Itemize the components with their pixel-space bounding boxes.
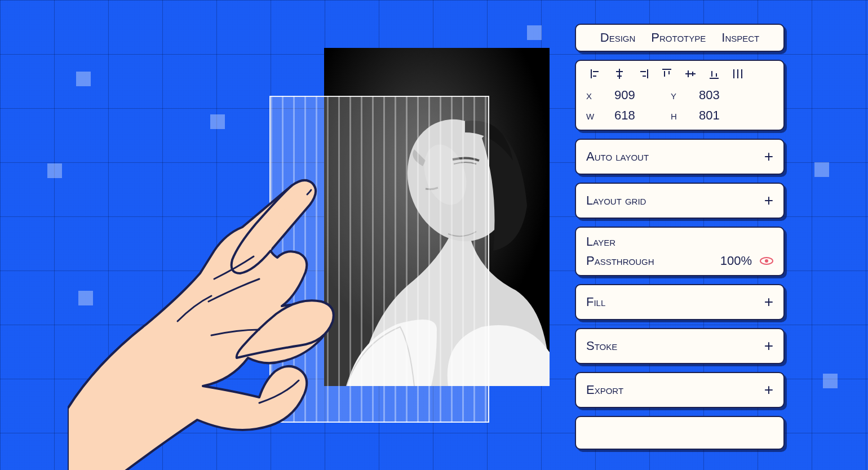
layout-grid-label: Layout grid — [586, 193, 646, 208]
align-bottom-icon[interactable] — [708, 68, 720, 80]
y-value[interactable]: 803 — [699, 88, 755, 103]
export-label: Export — [586, 383, 623, 397]
auto-layout-add-icon[interactable]: + — [764, 148, 773, 166]
fill-add-icon[interactable]: + — [764, 293, 773, 311]
w-value[interactable]: 618 — [614, 108, 671, 123]
layout-grid-add-icon[interactable]: + — [764, 192, 773, 210]
canvas-marker — [814, 162, 829, 177]
align-top-icon[interactable] — [661, 68, 673, 80]
x-value[interactable]: 909 — [614, 88, 671, 103]
align-left-icon[interactable] — [590, 68, 602, 80]
layer-label: Layer — [586, 234, 615, 249]
canvas-marker — [210, 114, 225, 129]
tab-inspect[interactable]: Inspect — [721, 30, 759, 45]
fill-label: Fill — [586, 295, 605, 309]
align-h-center-icon[interactable] — [613, 68, 626, 80]
h-value[interactable]: 801 — [699, 108, 755, 123]
canvas-marker — [76, 72, 91, 86]
visibility-eye-icon[interactable] — [760, 256, 773, 265]
tab-prototype[interactable]: Prototype — [651, 30, 706, 45]
h-label: h — [671, 108, 699, 123]
layout-grid-panel: Layout grid + — [575, 183, 785, 219]
transform-panel: x 909 y 803 w 618 h 801 — [575, 60, 785, 131]
stroke-add-icon[interactable]: + — [764, 337, 773, 355]
stroke-label: Stoke — [586, 339, 617, 353]
hand-illustration — [68, 161, 361, 470]
canvas-marker — [527, 25, 542, 40]
w-label: w — [586, 108, 614, 123]
blend-mode[interactable]: Passthrough — [586, 254, 654, 268]
canvas-marker — [47, 163, 62, 178]
export-panel: Export + — [575, 372, 785, 408]
export-add-icon[interactable]: + — [764, 381, 773, 399]
tab-design[interactable]: Design — [600, 30, 636, 45]
auto-layout-panel: Auto layout + — [575, 139, 785, 175]
align-v-center-icon[interactable] — [684, 68, 697, 80]
canvas-marker — [823, 374, 838, 388]
auto-layout-label: Auto layout — [586, 149, 649, 164]
empty-panel — [575, 416, 785, 450]
svg-point-26 — [765, 259, 768, 263]
align-right-icon[interactable] — [637, 68, 649, 80]
x-label: x — [586, 88, 614, 103]
inspector-sidebar: Design Prototype Inspect x 909 y 803 w 6… — [575, 24, 785, 450]
distribute-icon[interactable] — [732, 68, 744, 80]
fill-panel: Fill + — [575, 284, 785, 320]
mode-tabs: Design Prototype Inspect — [575, 24, 785, 52]
y-label: y — [671, 88, 699, 103]
opacity-value[interactable]: 100% — [720, 254, 752, 268]
layer-panel: Layer Passthrough 100% — [575, 227, 785, 276]
stroke-panel: Stoke + — [575, 328, 785, 364]
